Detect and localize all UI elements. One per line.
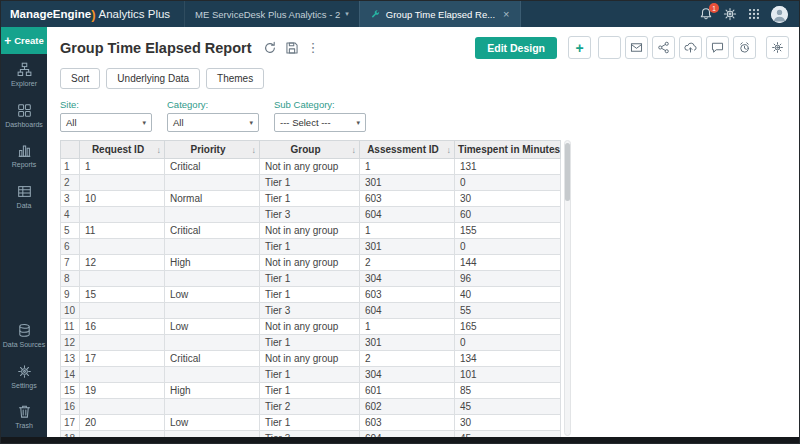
- column-header-timespent[interactable]: Timespent in Minutes ↓: [455, 141, 561, 159]
- cell-assessment-id: 301: [360, 239, 455, 255]
- tab-group-time-elapsed[interactable]: Group Time Elapsed Re... ×: [359, 1, 521, 27]
- column-label: Request ID: [92, 144, 144, 155]
- table-row[interactable]: 11 16 Low Not in any group 1 165: [61, 319, 561, 335]
- schedule-button[interactable]: [733, 36, 756, 59]
- table-row[interactable]: 14 Tier 1 304 101: [61, 367, 561, 383]
- column-header-priority[interactable]: Priority ↓: [165, 141, 260, 159]
- table-row[interactable]: 16 Tier 2 602 45: [61, 399, 561, 415]
- share-button[interactable]: [652, 36, 675, 59]
- refresh-icon[interactable]: [263, 41, 277, 55]
- kebab-menu-icon[interactable]: ⋮: [307, 41, 320, 55]
- edit-design-button[interactable]: Edit Design: [475, 37, 557, 59]
- cell-request-id: 15: [80, 287, 165, 303]
- table-row[interactable]: 10 Tier 3 604 55: [61, 303, 561, 319]
- table-row[interactable]: 4 Tier 3 604 60: [61, 207, 561, 223]
- sidebar-item-reports[interactable]: Reports: [1, 135, 47, 176]
- table-row[interactable]: 9 15 Low Tier 1 603 40: [61, 287, 561, 303]
- email-button[interactable]: [625, 36, 648, 59]
- cell-priority: [165, 335, 260, 351]
- cell-request-id: [80, 335, 165, 351]
- tab-close-icon[interactable]: ×: [503, 8, 509, 20]
- category-select[interactable]: All ▾: [167, 113, 259, 132]
- row-number: 12: [61, 335, 80, 351]
- sub-category-select[interactable]: --- Select --- ▾: [274, 113, 366, 132]
- table-row[interactable]: 7 12 High Not in any group 2 144: [61, 255, 561, 271]
- brand-logo: ManageEngine ) Analytics Plus: [1, 1, 180, 27]
- publish-button[interactable]: [679, 36, 702, 59]
- themes-button[interactable]: Themes: [206, 68, 264, 89]
- cell-group: Tier 1: [260, 367, 360, 383]
- sort-icon[interactable]: ↓: [553, 145, 558, 155]
- cell-priority: [165, 367, 260, 383]
- table-row[interactable]: 5 11 Critical Not in any group 1 155: [61, 223, 561, 239]
- cell-timespent: 45: [455, 399, 561, 415]
- sort-icon[interactable]: ↓: [352, 145, 357, 155]
- table-row[interactable]: 1 1 Critical Not in any group 1 131: [61, 159, 561, 175]
- report-table-area: Request ID ↓ Priority ↓ Group ↓ Assess: [60, 140, 799, 437]
- sort-button[interactable]: Sort: [60, 68, 100, 89]
- sidebar-item-settings[interactable]: Settings: [1, 356, 47, 397]
- table-row[interactable]: 6 Tier 1 301 0: [61, 239, 561, 255]
- tab-servicedesk-analytics[interactable]: ME ServiceDesk Plus Analytics - 2 ▾: [184, 1, 359, 27]
- save-icon[interactable]: [285, 41, 299, 55]
- sidebar-item-data-sources[interactable]: Data Sources: [1, 315, 47, 356]
- comment-button[interactable]: [706, 36, 729, 59]
- table-row[interactable]: 15 19 High Tier 1 601 85: [61, 383, 561, 399]
- underlying-data-button[interactable]: Underlying Data: [106, 68, 200, 89]
- row-number: 1: [61, 159, 80, 175]
- cell-group: Tier 3: [260, 207, 360, 223]
- table-row[interactable]: 12 Tier 1 301 0: [61, 335, 561, 351]
- sidebar-item-dashboards[interactable]: Dashboards: [1, 95, 47, 136]
- settings-icon[interactable]: [766, 36, 789, 59]
- gear-icon[interactable]: [723, 7, 737, 21]
- cell-assessment-id: 1: [360, 159, 455, 175]
- cell-request-id: [80, 207, 165, 223]
- cell-assessment-id: 603: [360, 191, 455, 207]
- scrollbar-thumb[interactable]: [565, 143, 570, 201]
- user-avatar[interactable]: [771, 6, 788, 23]
- brand-analytics-plus: Analytics Plus: [99, 8, 171, 20]
- sidebar-item-data[interactable]: Data: [1, 176, 47, 217]
- cell-timespent: 55: [455, 303, 561, 319]
- cell-priority: High: [165, 255, 260, 271]
- add-button[interactable]: +: [568, 36, 591, 59]
- apps-grid-icon[interactable]: [747, 7, 761, 21]
- cell-assessment-id: 603: [360, 287, 455, 303]
- site-select[interactable]: All ▾: [60, 113, 152, 132]
- sort-icon[interactable]: ↓: [252, 145, 257, 155]
- row-number: 9: [61, 287, 80, 303]
- table-row[interactable]: 13 17 Critical Not in any group 2 134: [61, 351, 561, 367]
- column-header-assessment-id[interactable]: Assessment ID ↓: [360, 141, 455, 159]
- filter-sub-category: Sub Category: --- Select --- ▾: [274, 99, 366, 132]
- table-row[interactable]: 2 Tier 1 301 0: [61, 175, 561, 191]
- cell-assessment-id: 2: [360, 351, 455, 367]
- table-row[interactable]: 17 20 Low Tier 1 603 30: [61, 415, 561, 431]
- sidebar-item-label: Data Sources: [3, 341, 45, 349]
- chevron-down-icon: ▾: [356, 119, 360, 127]
- topbar-actions: 1: [699, 1, 799, 27]
- cell-request-id: [80, 239, 165, 255]
- cell-request-id: [80, 399, 165, 415]
- notifications-bell-icon[interactable]: 1: [699, 7, 713, 21]
- sidebar-item-trash[interactable]: Trash: [1, 396, 47, 437]
- cell-group: Not in any group: [260, 351, 360, 367]
- create-button[interactable]: + Create: [1, 27, 47, 54]
- table-scrollbar[interactable]: [564, 140, 571, 436]
- column-label: Priority: [190, 144, 225, 155]
- cell-timespent: 0: [455, 239, 561, 255]
- table-row[interactable]: 8 Tier 1 304 96: [61, 271, 561, 287]
- sidebar-item-explorer[interactable]: Explorer: [1, 54, 47, 95]
- sort-icon[interactable]: ↓: [157, 145, 162, 155]
- column-header-request-id[interactable]: Request ID ↓: [80, 141, 165, 159]
- table-row[interactable]: 3 10 Normal Tier 1 603 30: [61, 191, 561, 207]
- cell-assessment-id: 1: [360, 319, 455, 335]
- cell-request-id: [80, 175, 165, 191]
- export-button[interactable]: [598, 36, 621, 59]
- row-number: 17: [61, 415, 80, 431]
- row-number: 5: [61, 223, 80, 239]
- cell-group: Tier 1: [260, 191, 360, 207]
- report-toolbar: Sort Underlying Data Themes: [47, 59, 799, 89]
- sort-icon[interactable]: ↓: [447, 145, 452, 155]
- cell-group: Tier 1: [260, 287, 360, 303]
- column-header-group[interactable]: Group ↓: [260, 141, 360, 159]
